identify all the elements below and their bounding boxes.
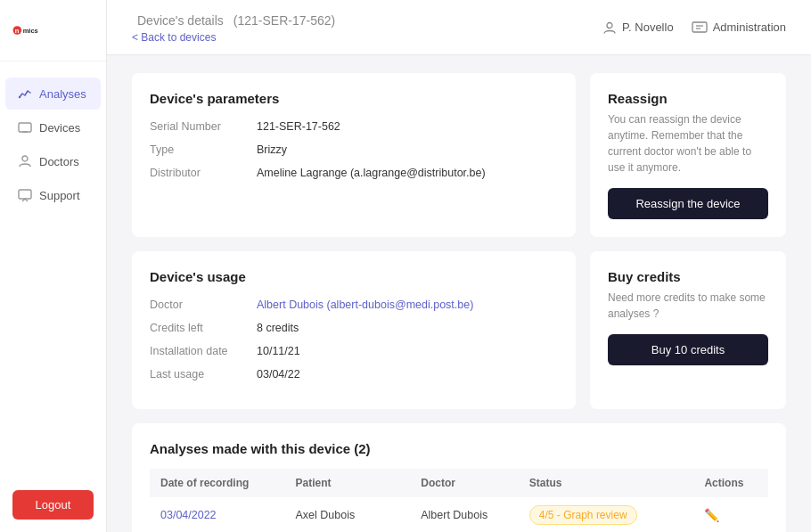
reassign-card: Reassign You can reassign the device any… [590, 73, 786, 237]
buy-credits-card: Buy credits Need more credits to make so… [590, 251, 786, 409]
device-usage-card: Device's usage Doctor Albert Dubois (alb… [132, 251, 576, 409]
field-value-type: Brizzy [257, 143, 287, 156]
page-title-area: Device's details (121-SER-17-562) [132, 11, 335, 29]
reassign-button[interactable]: Reassign the device [608, 188, 768, 219]
sidebar-item-label: Support [39, 189, 80, 202]
nav: Analyses Devices Doctors Support [0, 61, 106, 478]
field-label-distributor: Distributor [150, 167, 257, 179]
col-patient: Patient [284, 469, 410, 497]
table-row: 03/04/2022 Axel Dubois Albert Dubois 4/5… [150, 497, 768, 532]
logo-icon: mics n [12, 16, 41, 45]
sidebar-item-support[interactable]: Support [5, 179, 101, 211]
devices-icon [18, 120, 32, 135]
svg-rect-9 [692, 22, 707, 32]
user-name: P. Novello [622, 20, 674, 34]
analyses-table: Date of recording Patient Doctor Status … [150, 469, 768, 532]
buy-credits-title: Buy credits [608, 269, 768, 284]
row1-patient: Axel Dubois [284, 497, 410, 532]
topbar-left: Device's details (121-SER-17-562) < Back… [132, 11, 335, 44]
field-doctor: Doctor Albert Dubois (albert-dubois@medi… [150, 299, 558, 311]
row1-doctor: Albert Dubois [410, 497, 519, 532]
user-badge: P. Novello [602, 20, 674, 35]
main-content: Device's details (121-SER-17-562) < Back… [107, 0, 811, 532]
logo: mics n [12, 16, 94, 45]
buy-credits-desc: Need more credits to make some analyses … [608, 290, 768, 322]
sidebar-item-label: Devices [39, 121, 80, 135]
field-credits: Credits left 8 credits [150, 322, 558, 334]
field-value-serial: 121-SER-17-562 [257, 120, 340, 133]
field-value-install-date: 10/11/21 [257, 345, 300, 357]
svg-rect-4 [19, 123, 31, 132]
content-area: Device's parameters Serial Number 121-SE… [107, 55, 811, 532]
doctors-icon [18, 154, 32, 168]
user-icon [602, 20, 617, 35]
svg-text:mics: mics [23, 27, 38, 35]
analyses-table-head: Date of recording Patient Doctor Status … [150, 469, 768, 497]
sidebar-item-doctors[interactable]: Doctors [5, 145, 101, 177]
logout-button[interactable]: Logout [12, 490, 94, 520]
field-label-type: Type [150, 143, 257, 156]
analyses-table-header-row: Date of recording Patient Doctor Status … [150, 469, 768, 497]
field-label-serial: Serial Number [150, 120, 257, 133]
device-usage-row: Device's usage Doctor Albert Dubois (alb… [132, 251, 786, 409]
field-label-doctor: Doctor [150, 299, 257, 311]
field-type: Type Brizzy [150, 143, 558, 156]
buy-credits-button[interactable]: Buy 10 credits [608, 334, 768, 365]
row1-status: 4/5 - Graph review [519, 497, 694, 532]
analyses-card: Analyses made with this device (2) Date … [132, 423, 786, 532]
svg-point-6 [22, 156, 28, 161]
col-date: Date of recording [150, 469, 284, 497]
device-params-row: Device's parameters Serial Number 121-SE… [132, 73, 786, 237]
sidebar-item-label: Doctors [39, 155, 79, 168]
analyses-table-title: Analyses made with this device (2) [150, 441, 768, 456]
reassign-title: Reassign [608, 91, 768, 106]
sidebar-item-devices[interactable]: Devices [5, 111, 101, 143]
row1-actions: ✏️ [693, 497, 768, 532]
sidebar: mics n Analyses Devices Doctors Support … [0, 0, 107, 532]
logo-area: mics n [0, 0, 106, 61]
field-label-install-date: Installation date [150, 345, 257, 357]
svg-text:n: n [15, 27, 20, 35]
field-install-date: Installation date 10/11/21 [150, 345, 558, 357]
topbar-right: P. Novello Administration [602, 20, 786, 35]
device-params-card: Device's parameters Serial Number 121-SE… [132, 73, 576, 237]
logout-area: Logout [0, 478, 106, 532]
field-value-distributor: Ameline Lagrange (a.lagrange@distributor… [257, 167, 486, 179]
svg-point-8 [607, 22, 612, 28]
field-last-usage: Last usage 03/04/22 [150, 368, 558, 381]
status-badge: 4/5 - Graph review [529, 505, 637, 525]
edit-icon[interactable]: ✏️ [704, 508, 719, 522]
admin-label: Administration [713, 20, 786, 34]
breadcrumb[interactable]: < Back to devices [132, 31, 335, 44]
admin-icon [692, 20, 708, 35]
svg-rect-7 [19, 190, 31, 199]
page-title: Device's details (121-SER-17-562) [132, 11, 335, 29]
device-params-title: Device's parameters [150, 91, 558, 106]
col-actions: Actions [693, 469, 768, 497]
field-label-credits: Credits left [150, 322, 257, 334]
reassign-desc: You can reassign the device anytime. Rem… [608, 111, 768, 176]
svg-point-3 [19, 96, 20, 98]
row1-date[interactable]: 03/04/2022 [150, 497, 284, 532]
topbar: Device's details (121-SER-17-562) < Back… [107, 0, 811, 55]
support-icon [18, 188, 32, 202]
sidebar-item-label: Analyses [39, 87, 86, 101]
field-distributor: Distributor Ameline Lagrange (a.lagrange… [150, 167, 558, 179]
action-icons: ✏️ [704, 508, 758, 522]
field-value-last-usage: 03/04/22 [257, 368, 300, 381]
col-status: Status [519, 469, 694, 497]
field-value-credits: 8 credits [257, 322, 299, 334]
sidebar-item-analyses[interactable]: Analyses [5, 78, 101, 110]
analyses-table-body: 03/04/2022 Axel Dubois Albert Dubois 4/5… [150, 497, 768, 532]
analyses-icon [18, 86, 32, 101]
device-usage-title: Device's usage [150, 269, 558, 284]
admin-badge: Administration [692, 20, 786, 35]
field-serial: Serial Number 121-SER-17-562 [150, 120, 558, 133]
col-doctor: Doctor [410, 469, 519, 497]
field-value-doctor[interactable]: Albert Dubois (albert-dubois@medi.post.b… [257, 299, 473, 311]
field-label-last-usage: Last usage [150, 368, 257, 381]
